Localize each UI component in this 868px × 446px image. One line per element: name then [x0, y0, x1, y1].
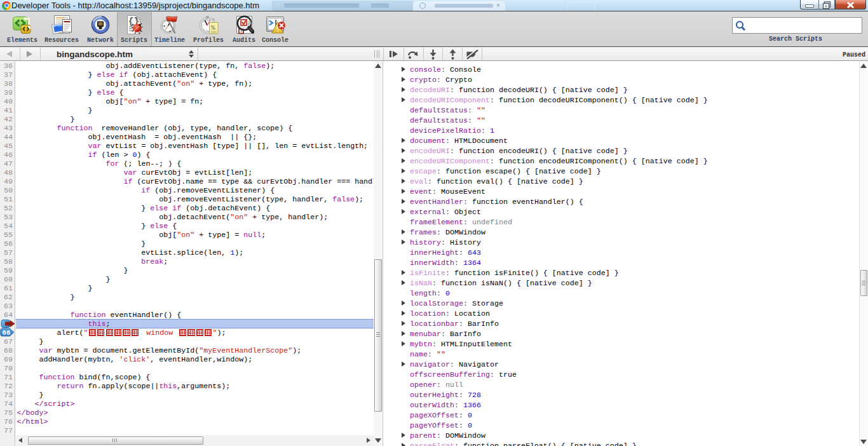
svg-text:A: A: [248, 19, 253, 27]
svg-text:66: 66: [3, 329, 11, 337]
svg-text:%: %: [211, 24, 215, 32]
